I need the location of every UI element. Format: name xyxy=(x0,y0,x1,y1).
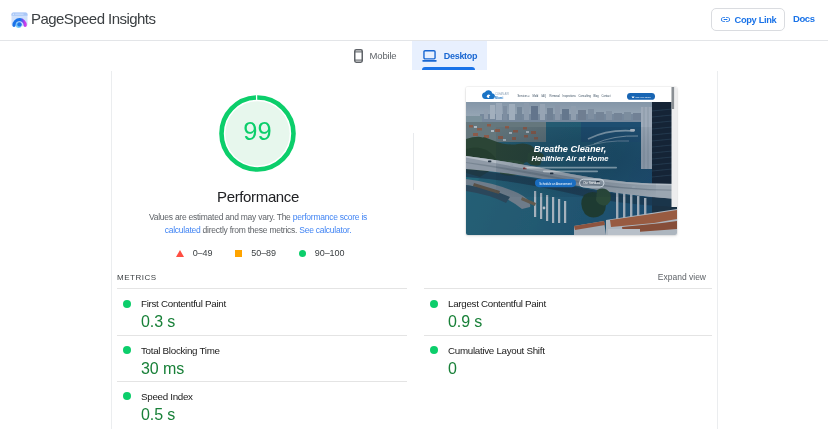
svg-text:Our Services: Our Services xyxy=(583,181,600,185)
svg-text:Breathe Cleaner,: Breathe Cleaner, xyxy=(534,144,607,154)
svg-text:Services ▾: Services ▾ xyxy=(518,94,531,98)
svg-text:Blog: Blog xyxy=(594,94,600,98)
svg-text:Mold: Mold xyxy=(533,94,539,98)
svg-text:Removal: Removal xyxy=(550,94,561,98)
svg-text:Inspections: Inspections xyxy=(563,94,577,98)
svg-text:Schedule an Assessment: Schedule an Assessment xyxy=(539,182,572,186)
svg-text:☎ 305 456 8575: ☎ 305 456 8575 xyxy=(631,96,651,99)
svg-text:Contact: Contact xyxy=(602,94,611,98)
svg-text:Healthier Air at Home: Healthier Air at Home xyxy=(532,154,610,163)
svg-text:IAQ: IAQ xyxy=(542,94,547,98)
svg-text:Consulting: Consulting xyxy=(579,94,592,98)
svg-text:Miami: Miami xyxy=(495,96,503,100)
